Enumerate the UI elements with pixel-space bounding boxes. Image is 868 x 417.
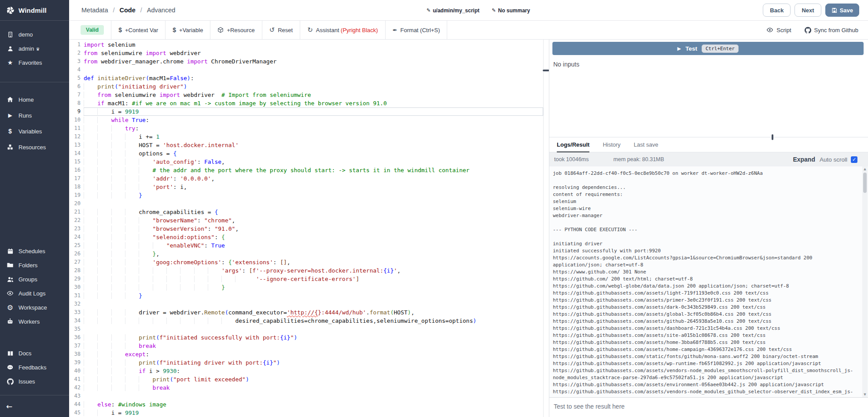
editor-toolbar: Valid $+Context Var$+Variable+Resource↺R… [69,21,868,40]
collapse-sidebar-button[interactable]: ← [0,399,69,414]
variable-button[interactable]: $+Variable [165,21,210,39]
sidebar-item-docs[interactable]: Docs [0,346,69,360]
code-line-6[interactable]: 6 print("initiating driver") [69,82,543,91]
tab-logs-result[interactable]: Logs/Result [557,137,589,152]
code-line-43[interactable]: 43 [69,392,543,400]
back-button[interactable]: Back [763,4,791,17]
panel-splitter[interactable] [544,40,549,417]
script-button[interactable]: Script [766,26,791,33]
splitter-handle-icon [543,70,549,71]
format-ctrl-s-button[interactable]: ✒Format (Ctrl+S) [385,21,448,39]
code-line-28[interactable]: 28 'args': [f'--proxy-server=host.docker… [69,266,543,275]
breadcrumb-advanced[interactable]: Advanced [147,7,176,14]
sidebar-item-home[interactable]: Home [0,92,69,107]
code-line-37[interactable]: 37 break [69,342,543,350]
code-line-39[interactable]: 39 print(f"initiating driver with port:{… [69,358,543,367]
code-line-7[interactable]: 7 from seleniumwire import webdriver # I… [69,91,543,99]
expand-logs-button[interactable]: Expand [793,156,815,163]
save-button[interactable]: Save [825,4,859,17]
code-line-15[interactable]: 15 'auto_config': False, [69,158,543,166]
code-line-16[interactable]: 16 # the addr and the port where the pro… [69,166,543,174]
code-line-25[interactable]: 25 "enableVNC": True [69,241,543,250]
code-line-30[interactable]: 30 } [69,283,543,292]
sidebar-item-resources[interactable]: Resources [0,139,69,155]
breadcrumb-code[interactable]: Code [120,7,136,14]
tab-last-save[interactable]: Last save [634,137,658,152]
code-line-10[interactable]: 10 while True: [69,116,543,124]
horizontal-splitter-handle-icon[interactable] [772,134,773,140]
code-line-34[interactable]: 34 desired_capabilities=chrome_capabilit… [69,317,543,325]
code-line-9[interactable]: 9 i = 9919 [69,107,543,116]
code-line-18[interactable]: 18 'port': i, [69,183,543,191]
script-summary[interactable]: ✎ No summary [492,7,530,14]
logs-scrollbar[interactable]: ▲ ▼ [862,166,868,397]
pencil-icon: ✎ [492,7,496,13]
sidebar-item-admin[interactable]: admin♛ [0,41,69,55]
code-line-22[interactable]: 22 "browserName": "chrome", [69,216,543,225]
code-line-26[interactable]: 26 }, [69,250,543,258]
code-line-17[interactable]: 17 'addr': '0.0.0.0', [69,174,543,183]
sidebar-item-schedules[interactable]: Schedules [0,244,69,258]
code-line-44[interactable]: 44 else: #windows image [69,400,543,409]
sidebar-item-feedbacks[interactable]: Feedbacks [0,360,69,374]
code-line-31[interactable]: 31 } [69,292,543,300]
scroll-up-icon[interactable]: ▲ [862,166,868,172]
context-var-button[interactable]: $+Context Var [111,21,165,39]
building-icon [6,31,14,38]
scrollbar-thumb[interactable] [863,173,867,193]
code-line-36[interactable]: 36 print(f"initiated successfully with p… [69,333,543,342]
code-line-20[interactable]: 20 [69,199,543,208]
code-line-29[interactable]: 29 '--ignore-certificate-errors'] [69,275,543,283]
play-icon: ▶ [677,46,681,52]
resource-button[interactable]: +Resource [210,21,261,39]
code-line-23[interactable]: 23 "browserVersion": "91.0", [69,225,543,233]
no-inputs-label: No inputs [553,61,868,68]
github-icon [6,378,14,385]
test-button[interactable]: ▶ Test Ctrl+Enter [552,42,864,55]
code-line-12[interactable]: 12 i += 1 [69,133,543,141]
sidebar-item-variables[interactable]: $Variables [0,123,69,139]
code-line-19[interactable]: 19 } [69,191,543,199]
code-line-42[interactable]: 42 break [69,384,543,392]
code-line-40[interactable]: 40 if i > 9930: [69,367,543,375]
assistant-button[interactable]: ↻Assistant (Pyright Black) [300,21,385,39]
code-line-8[interactable]: 8 if macM1: #if we are on mac m1 -> cust… [69,99,543,107]
sidebar-item-workspace[interactable]: ⚙Workspace [0,300,69,314]
code-line-32[interactable]: 32 [69,300,543,308]
sidebar-item-runs[interactable]: ▶Runs [0,107,69,123]
next-button[interactable]: Next [794,4,821,17]
code-editor[interactable]: 1import selenium2from seleniumwire impor… [69,40,544,417]
code-line-5[interactable]: 5def initiateDriver(macM1=False): [69,74,543,82]
eye-icon [6,290,14,297]
scroll-down-icon[interactable]: ▼ [862,392,868,397]
sidebar-item-folders[interactable]: Folders [0,258,69,272]
sidebar-item-demo[interactable]: demo [0,27,69,41]
autoscroll-checkbox[interactable]: ✓ [851,156,857,163]
code-line-13[interactable]: 13 HOST = 'host.docker.internal' [69,141,543,149]
sidebar-item-favorites[interactable]: ★Favorites [0,55,69,70]
sidebar-item-issues[interactable]: Issues [0,374,69,388]
tab-history[interactable]: History [603,137,620,152]
code-line-45[interactable]: 45 i = 9919 [69,409,543,417]
code-line-1[interactable]: 1import selenium [69,41,543,49]
code-line-14[interactable]: 14 options = { [69,149,543,158]
code-line-27[interactable]: 27 'goog:chromeOptions': {'extensions': … [69,258,543,266]
sync-from-github-button[interactable]: Sync from Github [805,27,858,33]
code-line-4[interactable]: 4 [69,66,543,74]
code-line-3[interactable]: 3from webdriver_manager.chrome import Ch… [69,57,543,66]
script-path[interactable]: ✎ u/admin/my_script [427,7,479,14]
sidebar-item-workers[interactable]: Workers [0,314,69,328]
code-line-24[interactable]: 24 "selenoid:options": { [69,233,543,241]
code-line-33[interactable]: 33 driver = webdriver.Remote(command_exe… [69,308,543,317]
code-line-21[interactable]: 21 chrome_capabilities = { [69,208,543,216]
code-line-41[interactable]: 41 print("port limit exceeded") [69,375,543,384]
sidebar-item-audit-logs[interactable]: Audit Logs [0,286,69,300]
windmill-logo[interactable]: Windmill [0,0,69,21]
code-line-38[interactable]: 38 except: [69,350,543,358]
code-line-11[interactable]: 11 try: [69,124,543,133]
sidebar-item-groups[interactable]: Groups [0,272,69,286]
code-line-2[interactable]: 2from seleniumwire import webdriver [69,49,543,57]
reset-button[interactable]: ↺Reset [262,21,300,39]
breadcrumb-metadata[interactable]: Metadata [81,7,108,14]
code-line-35[interactable]: 35 [69,325,543,333]
